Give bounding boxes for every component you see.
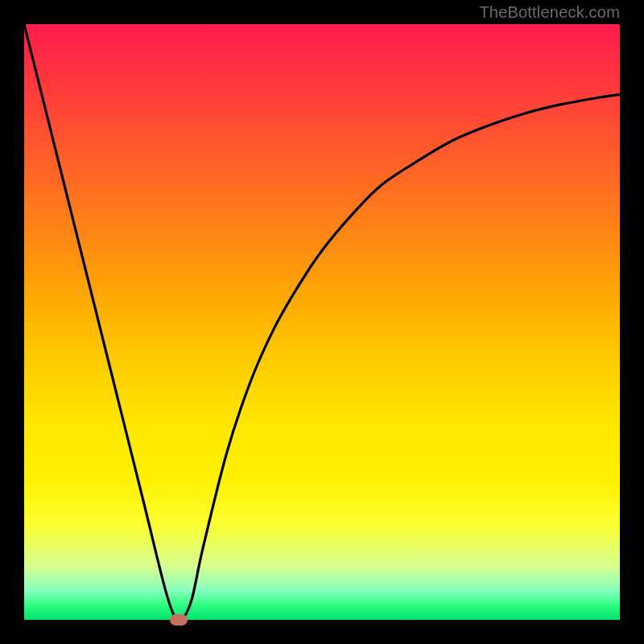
attribution-text: TheBottleneck.com bbox=[479, 3, 620, 22]
curve-svg bbox=[24, 24, 620, 620]
plot-area bbox=[24, 24, 620, 620]
chart-frame: TheBottleneck.com bbox=[0, 0, 644, 644]
bottleneck-curve bbox=[24, 24, 620, 620]
minimum-marker bbox=[170, 614, 188, 625]
